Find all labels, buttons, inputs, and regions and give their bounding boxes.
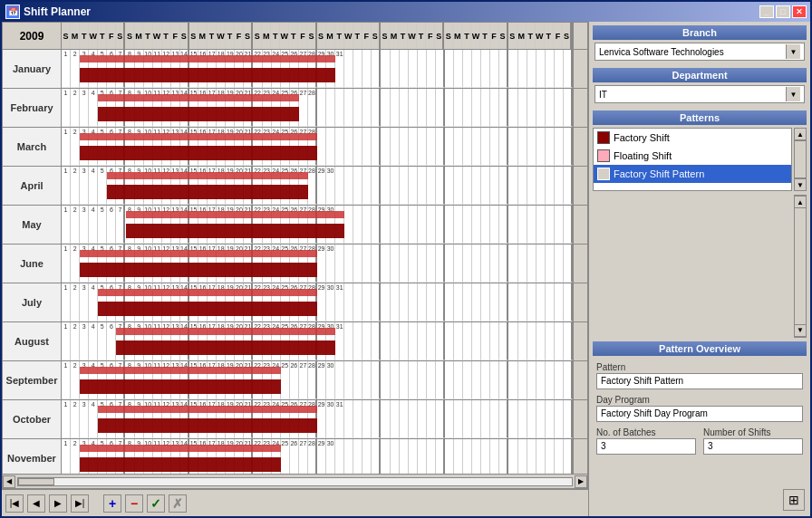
day-cell: [344, 439, 353, 474]
day-cell: 30: [326, 439, 335, 474]
day-cell: [427, 245, 436, 283]
month-row-10: November12345678910111213141516171819202…: [3, 439, 587, 474]
day-header-0: S: [62, 23, 71, 49]
day-cell: [344, 245, 353, 283]
nav-first-button[interactable]: |◀: [5, 494, 24, 513]
day-cell: [518, 439, 527, 474]
hscroll-left-button[interactable]: ◀: [3, 475, 15, 488]
day-cell: [564, 206, 573, 244]
day-cell: [490, 439, 499, 474]
day-cell: [418, 206, 427, 244]
overview-content: Pattern Factory Shift Pattern Day Progra…: [593, 359, 807, 458]
month-label-4: May: [3, 206, 62, 244]
day-header-16: T: [208, 23, 217, 49]
day-cell: 1: [62, 89, 71, 127]
day-cell: [564, 400, 573, 438]
shift-bar-0: [80, 68, 335, 82]
cancel-button[interactable]: ✗: [169, 494, 187, 513]
nav-last-button[interactable]: ▶|: [71, 494, 89, 513]
day-cell: [381, 206, 390, 244]
day-cell: 2: [71, 50, 80, 88]
day-cell: [445, 322, 454, 360]
pattern-item-0[interactable]: Factory Shift: [594, 129, 791, 147]
patterns-scroll-down[interactable]: ▼: [794, 178, 807, 191]
right-scrollbar[interactable]: ▲ ▼: [794, 195, 807, 338]
branch-dropdown-arrow[interactable]: ▼: [786, 44, 800, 59]
close-button[interactable]: ✕: [792, 5, 807, 18]
day-cell: [463, 283, 472, 321]
day-cell: [518, 206, 527, 244]
minimize-button[interactable]: _: [759, 5, 774, 18]
day-cell: [362, 128, 372, 166]
day-cell: [409, 245, 418, 283]
add-button[interactable]: +: [103, 494, 121, 513]
month-row-4: May1234567891011121314151617181920212223…: [3, 206, 587, 245]
day-cell: [353, 400, 362, 438]
day-cell: 3: [80, 322, 89, 360]
day-header-54: F: [554, 23, 563, 49]
day-cell: [400, 128, 409, 166]
day-header-19: F: [235, 23, 244, 49]
hscroll-right-button[interactable]: ▶: [575, 475, 587, 488]
day-cell: 1: [62, 283, 71, 321]
day-cell: [372, 283, 381, 321]
day-header-9: T: [143, 23, 152, 49]
day-cell: [546, 128, 555, 166]
month-label-6: July: [3, 283, 62, 321]
patterns-scroll-up[interactable]: ▲: [794, 128, 807, 140]
shift-bar-top-6: [98, 289, 317, 296]
day-cell: [436, 89, 445, 127]
day-cell: 31: [335, 283, 344, 321]
day-cell: [490, 283, 499, 321]
day-cell: [344, 128, 353, 166]
day-cell: [436, 322, 445, 360]
nav-next-button[interactable]: ▶: [49, 494, 67, 513]
month-row-1: February12345678910111213141516171819202…: [3, 89, 587, 128]
right-scroll-down[interactable]: ▼: [794, 324, 807, 337]
day-cell: [427, 206, 436, 244]
day-cell: [418, 167, 427, 205]
day-cell: [527, 206, 536, 244]
day-header-53: T: [545, 23, 554, 49]
day-cell: [391, 400, 400, 438]
day-program-field: Day Program Factory Shift Day Program: [596, 395, 803, 422]
remove-button[interactable]: −: [125, 494, 143, 513]
department-dropdown-arrow[interactable]: ▼: [786, 87, 800, 101]
day-cell: [472, 400, 481, 438]
nav-prev-button[interactable]: ◀: [27, 494, 45, 513]
day-cell: 2: [71, 361, 80, 399]
day-header-12: F: [171, 23, 180, 49]
shift-bar-8: [80, 379, 281, 394]
day-cell: [463, 206, 472, 244]
horizontal-scrollbar: ◀ ▶: [3, 474, 587, 488]
day-cell: [381, 50, 390, 88]
day-cell: [418, 128, 427, 166]
day-cell: [463, 400, 472, 438]
confirm-button[interactable]: ✓: [147, 494, 165, 513]
day-cell: [472, 245, 481, 283]
branch-dropdown[interactable]: Lenvica Software Technologies ▼: [594, 43, 805, 61]
day-cell: [400, 322, 409, 360]
day-header-32: T: [353, 23, 362, 49]
right-scroll-up[interactable]: ▲: [794, 196, 807, 208]
day-cell: 26: [290, 439, 299, 474]
grid-icon[interactable]: ⊞: [783, 489, 805, 511]
day-cell: [335, 245, 344, 283]
day-cell: [555, 89, 564, 127]
day-cell: [372, 89, 381, 127]
day-cell: 6: [107, 322, 116, 360]
middle-scroll-area: ▲ ▼: [593, 195, 807, 338]
day-cell: [454, 206, 463, 244]
maximize-button[interactable]: □: [776, 5, 790, 18]
day-cell: 1: [62, 361, 71, 399]
day-cell: [445, 400, 454, 438]
pattern-item-1[interactable]: Floating Shift: [594, 147, 791, 165]
pattern-item-2[interactable]: Factory Shift Pattern: [594, 165, 791, 183]
hscroll-track[interactable]: [17, 477, 573, 486]
department-dropdown[interactable]: IT ▼: [594, 85, 805, 103]
day-cell: [381, 167, 390, 205]
day-cell: 29: [317, 283, 326, 321]
day-cell: [353, 361, 362, 399]
day-cell: [381, 361, 390, 399]
day-cell: [463, 439, 472, 474]
